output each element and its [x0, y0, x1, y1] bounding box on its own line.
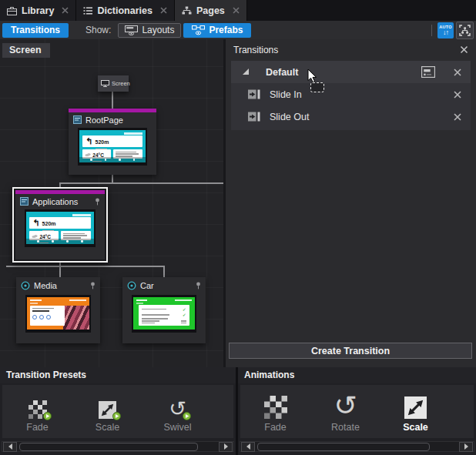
fit-frame-icon: [459, 25, 471, 36]
connector: [59, 182, 223, 184]
node-title: Applications: [32, 197, 78, 206]
node-title: Media: [34, 281, 57, 290]
transition-label: Slide In: [270, 89, 302, 100]
tab-dictionaries[interactable]: Dictionaries: [76, 0, 175, 21]
prefabs-toggle-button[interactable]: Prefabs: [183, 23, 251, 38]
delete-transition-icon[interactable]: [454, 91, 461, 99]
preset-swivel[interactable]: ↺ Swivel: [142, 390, 213, 433]
check-icon: ✓: [183, 313, 186, 317]
node-title: RootPage: [85, 115, 123, 125]
close-icon[interactable]: [62, 7, 69, 14]
close-icon[interactable]: [460, 45, 468, 54]
animations-scrollbar[interactable]: [240, 441, 474, 452]
scroll-left-icon[interactable]: [241, 442, 255, 452]
pin-icon[interactable]: [196, 282, 201, 289]
panel-title: Animations: [238, 367, 476, 383]
animation-rotate[interactable]: ↺ Rotate: [310, 390, 380, 433]
node-thumbnail: ✓ ✓: [132, 295, 196, 333]
checkerboard-icon: [264, 396, 287, 419]
connector: [59, 266, 61, 277]
node-title: Car: [140, 281, 154, 290]
connector: [6, 266, 165, 267]
panel-title: Transition Presets: [0, 367, 236, 383]
close-icon[interactable]: [160, 7, 167, 14]
tab-label: Pages: [196, 5, 225, 16]
transitions-panel: Transitions Default: [226, 39, 476, 367]
auto-layout-button[interactable]: AUTO ↓↑: [437, 22, 454, 38]
slide-arrow-icon: [248, 112, 260, 122]
page-icon: [20, 197, 28, 206]
delete-transition-icon[interactable]: [454, 113, 461, 121]
node-thumbnail: [25, 295, 91, 333]
scrollbar-thumb[interactable]: [19, 443, 198, 451]
pin-icon[interactable]: [90, 282, 96, 289]
auto-arrows-icon: ↓↑: [443, 29, 448, 36]
node-rootpage[interactable]: RootPage ↰ 520m 24°C: [69, 109, 156, 175]
transition-item-slide-out[interactable]: Slide Out: [231, 105, 471, 128]
transition-presets-panel: Transition Presets Fade: [0, 367, 236, 455]
group-header-row[interactable]: Default: [231, 61, 471, 83]
green-play-badge: [183, 412, 191, 420]
transition-label: Slide Out: [270, 112, 309, 122]
prefab-eye-icon: [192, 25, 205, 35]
node-thumbnail: ↰ 520m 24°C: [78, 128, 147, 166]
delete-group-icon[interactable]: [454, 69, 461, 76]
presets-scrollbar[interactable]: [2, 441, 234, 452]
toolbar-separator: [431, 25, 432, 36]
connector: [112, 92, 113, 109]
animations-panel: Animations Fade ↺ Rotate Scale: [238, 367, 476, 455]
turn-arrow-icon: ↰: [85, 137, 92, 146]
node-screen[interactable]: Screen: [98, 75, 129, 92]
page-icon: [73, 115, 82, 124]
show-label: Show:: [85, 25, 111, 35]
panel-title: Transitions: [233, 45, 278, 55]
rotate-icon: ↺: [334, 393, 357, 419]
expander-icon[interactable]: [243, 69, 249, 75]
preset-scale[interactable]: Scale: [72, 390, 142, 433]
tab-label: Library: [22, 5, 54, 16]
animation-scale[interactable]: Scale: [380, 390, 451, 433]
tree-icon: [182, 6, 192, 15]
scroll-right-icon[interactable]: [459, 442, 473, 452]
scroll-left-icon[interactable]: [3, 442, 17, 452]
pin-icon[interactable]: [95, 198, 100, 206]
circle-icon: [21, 281, 30, 290]
properties-icon[interactable]: [421, 66, 435, 78]
node-applications[interactable]: Applications ↰ 520m 24°C: [15, 190, 105, 259]
transitions-mode-button[interactable]: Transitions: [2, 23, 69, 38]
tab-pages[interactable]: Pages: [175, 0, 247, 21]
animation-fade[interactable]: Fade: [240, 390, 310, 433]
cloud-icon: [32, 234, 38, 238]
create-transition-button[interactable]: Create Transition: [229, 343, 472, 359]
slide-arrow-icon: [248, 89, 260, 99]
close-icon[interactable]: [233, 7, 240, 14]
tab-bar: Library Dictionaries Pages: [0, 0, 476, 21]
pages-editor-window: Library Dictionaries Pages: [0, 0, 476, 455]
transition-item-slide-in[interactable]: Slide In: [231, 83, 471, 105]
distance-text: 520m: [96, 139, 109, 145]
square-diagonal-arrow-icon: [404, 396, 427, 419]
green-play-badge: [43, 412, 52, 420]
node-media[interactable]: Media: [16, 277, 100, 343]
cloud-icon: [85, 152, 91, 156]
tab-label: Dictionaries: [97, 5, 153, 16]
tab-library[interactable]: Library: [0, 0, 76, 21]
scroll-right-icon[interactable]: [219, 442, 233, 452]
transition-group-default: Default Slide In: [231, 61, 471, 130]
toolbox-icon: [7, 6, 17, 15]
node-car[interactable]: Car ✓ ✓: [122, 277, 206, 343]
preset-fade[interactable]: Fade: [2, 390, 72, 433]
layout-eye-icon: [125, 25, 138, 35]
fit-view-button[interactable]: [456, 22, 474, 39]
list-icon: [83, 6, 92, 15]
connector: [163, 266, 165, 277]
scrollbar-thumb[interactable]: [257, 443, 430, 451]
node-thumbnail: ↰ 520m 24°C: [25, 209, 96, 247]
page-graph-canvas[interactable]: Screen Screen RootPage: [0, 39, 223, 367]
node-title: Screen: [112, 80, 130, 87]
circle-icon: [127, 281, 136, 290]
node-applications-selection: Applications ↰ 520m 24°C: [12, 187, 108, 263]
turn-arrow-icon: ↰: [32, 219, 39, 227]
layouts-toggle-button[interactable]: Layouts: [118, 23, 181, 38]
canvas-tab-screen[interactable]: Screen: [2, 43, 50, 58]
